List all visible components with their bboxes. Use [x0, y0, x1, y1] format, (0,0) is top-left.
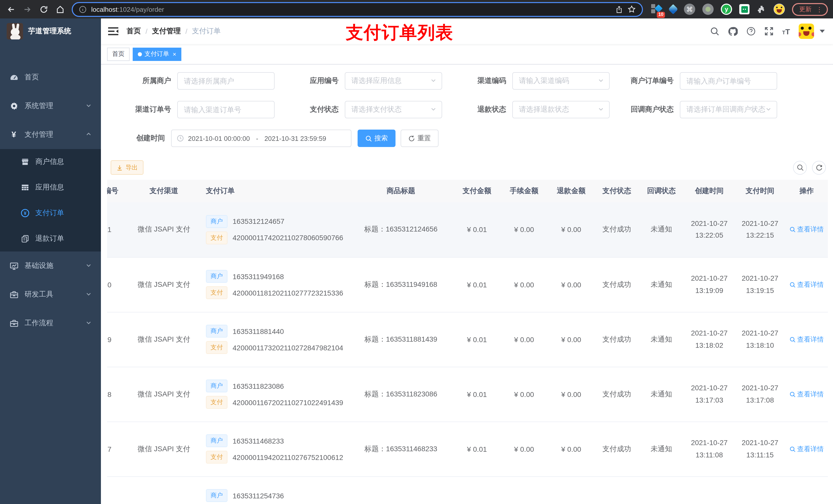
font-size-icon[interactable]: TT	[782, 27, 790, 35]
reset-button[interactable]: 重置	[401, 129, 438, 147]
table-row-partial[interactable]: 商户1635311254736 支付	[107, 476, 828, 504]
col-header-id: 编号	[107, 180, 125, 202]
cell-notify: 未通知	[639, 257, 684, 312]
sidebar-item-system[interactable]: 系统管理	[0, 92, 101, 120]
pay-status-select[interactable]: 请选择支付状态	[345, 101, 442, 118]
view-detail-link[interactable]: 查看详情	[789, 389, 824, 399]
chevron-down-icon	[86, 102, 92, 110]
bookmark-star-icon[interactable]	[627, 5, 636, 13]
user-avatar[interactable]	[799, 24, 814, 39]
export-button[interactable]: 导出	[111, 160, 143, 175]
table-row[interactable]: 20 微信 JSAPI 支付 商户1635311949168 支付4200001…	[107, 257, 828, 312]
home-icon[interactable]	[55, 5, 65, 14]
profile-emoji-avatar[interactable]	[774, 4, 785, 15]
cell-fee: ¥ 0.00	[501, 312, 548, 367]
cell-action: 查看详情	[785, 202, 828, 257]
site-info-icon[interactable]	[79, 5, 87, 13]
col-header-amount: 支付金额	[453, 180, 501, 202]
sidebar-item-home[interactable]: 首页	[0, 63, 101, 92]
view-detail-link[interactable]: 查看详情	[789, 225, 824, 234]
active-tab-dot	[138, 52, 142, 56]
caret-down-icon[interactable]	[820, 30, 825, 33]
pay-order-table: 编号 支付渠道 支付订单 商品标题 支付金额 手续金额 退款金额 支付状态 回调…	[107, 180, 828, 504]
github-icon[interactable]	[728, 26, 737, 36]
collapse-sidebar-icon[interactable]	[108, 27, 118, 36]
app-select[interactable]: 请选择应用信息	[345, 72, 442, 90]
yen-icon: ¥	[9, 130, 19, 139]
toggle-search-button[interactable]	[793, 161, 807, 174]
refund-status-select[interactable]: 请选择退款状态	[512, 101, 610, 118]
create-time-range-picker[interactable]: 2021-10-01 00:00:00 - 2021-10-31 23:59:5…	[171, 129, 352, 147]
view-detail-link[interactable]: 查看详情	[789, 280, 824, 289]
tampermonkey-extension-icon[interactable]: 10	[651, 4, 662, 15]
help-icon[interactable]	[746, 27, 755, 36]
address-bar[interactable]: localhost:1024/pay/order	[72, 2, 643, 17]
cell-fee: ¥ 0.00	[501, 422, 548, 476]
cell-id: 19	[107, 312, 125, 367]
filter-merchant-order-no: 商户订单编号	[610, 72, 777, 90]
filter-label: 渠道订单号	[107, 105, 177, 114]
fullscreen-icon[interactable]	[764, 27, 773, 36]
tab-pay-order[interactable]: 支付订单 ×	[133, 47, 181, 61]
table-row[interactable]: 17 微信 JSAPI 支付 商户1635311468233 支付4200001…	[107, 422, 828, 476]
channel-code-select[interactable]: 请输入渠道编码	[512, 72, 610, 90]
refresh-button[interactable]	[812, 161, 826, 174]
yen-circle-icon: ¥	[21, 209, 30, 218]
cell-title: 标题：1635311823086	[348, 367, 453, 422]
close-icon[interactable]: ×	[173, 50, 176, 57]
cell-channel: 微信 JSAPI 支付	[125, 202, 203, 257]
tab-home[interactable]: 首页	[107, 47, 129, 61]
view-detail-link[interactable]: 查看详情	[789, 335, 824, 344]
sidebar-item-dev-tools[interactable]: 研发工具	[0, 280, 101, 309]
chevron-down-icon	[86, 319, 92, 327]
cell-title	[348, 476, 453, 504]
view-detail-link[interactable]: 查看详情	[789, 444, 824, 454]
breadcrumb-home[interactable]: 首页	[126, 27, 141, 36]
puzzle-extensions-icon[interactable]	[757, 4, 766, 14]
cell-refund: ¥ 0.00	[548, 422, 595, 476]
app-logo[interactable]: 芋道管理系统	[0, 19, 101, 44]
browser-menu-icon[interactable]: ⋮	[816, 6, 823, 13]
sidebar-item-infrastructure[interactable]: 基础设施	[0, 251, 101, 280]
command-extension-icon[interactable]: ⌘	[684, 4, 695, 15]
cell-channel: 微信 JSAPI 支付	[125, 257, 203, 312]
gear-icon	[9, 102, 19, 111]
sidebar-menu: 首页 系统管理 ¥ 支付管理	[0, 63, 101, 338]
payment-submenu: 商户信息 应用信息 ¥ 支付订单	[0, 149, 101, 251]
search-icon[interactable]	[710, 27, 719, 36]
cell-order: 商户1635311468233 支付4200001194202110276752…	[203, 422, 348, 476]
sidebar-item-payment[interactable]: ¥ 支付管理	[0, 120, 101, 149]
breadcrumb-pay-manage[interactable]: 支付管理	[152, 27, 181, 36]
kite-extension-icon[interactable]	[668, 4, 678, 14]
forward-icon[interactable]	[23, 5, 32, 14]
notify-status-select[interactable]: 请选择订单回调商户状态	[680, 101, 777, 118]
extension-badge: 10	[657, 12, 665, 18]
sidebar-item-workflow[interactable]: 工作流程	[0, 309, 101, 338]
cell-amount: ¥ 0.01	[453, 202, 501, 257]
reload-icon[interactable]	[39, 5, 48, 14]
search-button[interactable]: 搜索	[358, 129, 396, 147]
channel-order-no-input[interactable]	[177, 101, 275, 118]
table-toolbar: 导出	[107, 160, 828, 175]
merchant-order-no-input[interactable]	[680, 72, 777, 90]
browser-update-button[interactable]: 更新 ⋮	[792, 3, 828, 16]
sidebar-item-pay-order[interactable]: ¥ 支付订单	[0, 200, 101, 226]
grid-icon	[21, 183, 30, 192]
y-extension-icon[interactable]: y	[721, 4, 732, 15]
sidebar-item-app-info[interactable]: 应用信息	[0, 175, 101, 200]
col-header-title: 商品标题	[348, 180, 453, 202]
dot-extension-icon[interactable]	[703, 4, 714, 15]
table-row[interactable]: 18 微信 JSAPI 支付 商户1635311823086 支付4200001…	[107, 367, 828, 422]
filter-label: 退款状态	[442, 105, 512, 114]
filter-pay-status: 支付状态 请选择支付状态	[275, 101, 442, 118]
table-row[interactable]: 19 微信 JSAPI 支付 商户1635311881440 支付4200001…	[107, 312, 828, 367]
col-header-fee: 手续金额	[501, 180, 548, 202]
chat-extension-icon[interactable]	[739, 4, 749, 14]
merchant-input[interactable]	[177, 72, 275, 90]
table-row[interactable]: 21 微信 JSAPI 支付 商户1635312124657 支付4200001…	[107, 202, 828, 257]
sidebar-item-merchant-info[interactable]: 商户信息	[0, 149, 101, 175]
share-icon[interactable]	[615, 5, 623, 13]
back-icon[interactable]	[6, 5, 15, 14]
tags-view-bar: 首页 支付订单 ×	[101, 44, 833, 65]
sidebar-item-refund-order[interactable]: 退款订单	[0, 226, 101, 251]
